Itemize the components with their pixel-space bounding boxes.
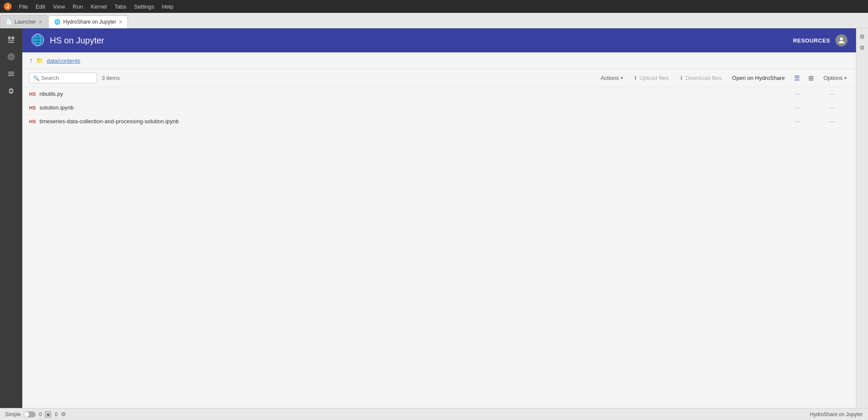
toolbar-left: 🔍 3 items <box>29 73 120 83</box>
upload-label: Upload files <box>640 75 669 81</box>
file-col3-1: — <box>780 91 815 97</box>
folder-icon: 📁 <box>36 57 43 64</box>
up-arrow-button[interactable]: ↑ <box>29 57 33 64</box>
simple-label: Simple <box>5 411 21 417</box>
file-col4-3: — <box>815 118 849 125</box>
svg-text:J: J <box>6 4 9 9</box>
options-button[interactable]: Options ▾ <box>821 73 849 83</box>
svg-rect-8 <box>8 72 14 73</box>
file-col3-2: — <box>780 104 815 111</box>
tab-launcher-label: Launcher <box>15 19 36 25</box>
hs-title: HS on Jupyter <box>50 36 104 46</box>
tab-launcher[interactable]: 📄 Launcher × <box>0 15 48 28</box>
file-browser: ↑ 📁 data/contents 🔍 3 items Actions ▾ <box>22 52 856 408</box>
toggle-thumb <box>24 412 29 417</box>
search-input[interactable] <box>41 75 93 81</box>
sidebar-btn-extensions[interactable] <box>3 83 19 99</box>
tab-bar: 📄 Launcher × 🌐 HydroShare on Jupyter × <box>0 13 868 28</box>
menu-view[interactable]: View <box>49 2 68 12</box>
download-label: Download files <box>686 75 722 81</box>
file-name-2: solution.ipynb <box>39 104 780 111</box>
file-col4-1: — <box>815 91 849 97</box>
svg-rect-5 <box>12 37 14 40</box>
open-hydroshare-button[interactable]: Open on HydroShare <box>729 73 787 83</box>
download-icon: ⬇ <box>679 75 684 81</box>
options-dropdown-icon: ▾ <box>844 76 847 80</box>
hs-header-right: RESOURCES <box>793 34 847 46</box>
menu-run[interactable]: Run <box>69 2 86 12</box>
tab-launcher-close[interactable]: × <box>39 19 42 25</box>
main-layout: HS on Jupyter RESOURCES ↑ 📁 data/content… <box>0 28 868 408</box>
status-right-label: HydroShare on Jupyter <box>810 411 863 417</box>
file-badge-3: HS <box>29 119 39 124</box>
menu-kernel[interactable]: Kernel <box>87 2 110 12</box>
upload-files-button[interactable]: ⬆ Upload files <box>631 73 671 83</box>
svg-point-6 <box>8 54 14 60</box>
sidebar-btn-files[interactable] <box>3 32 19 47</box>
menu-tabs[interactable]: Tabs <box>111 2 130 12</box>
hs-header-left: HS on Jupyter <box>31 33 104 48</box>
menu-file[interactable]: File <box>15 2 31 12</box>
content-wrapper: HS on Jupyter RESOURCES ↑ 📁 data/content… <box>22 28 856 408</box>
svg-point-11 <box>10 90 12 92</box>
file-name-1: nbutils.py <box>39 91 780 97</box>
item-count: 3 items <box>102 75 120 81</box>
left-sidebar <box>0 28 22 408</box>
right-settings-btn-2[interactable]: ⚙ <box>858 43 867 52</box>
menu-settings[interactable]: Settings <box>131 2 158 12</box>
file-col3-3: — <box>780 118 815 125</box>
actions-label: Actions <box>601 75 619 81</box>
file-row[interactable]: HS nbutils.py — — <box>22 87 856 101</box>
search-icon: 🔍 <box>33 75 39 81</box>
hs-logo <box>31 33 45 48</box>
tab-hydroshare-icon: 🌐 <box>54 19 61 25</box>
settings-gear-icon[interactable]: ⚙ <box>61 411 66 417</box>
hs-avatar[interactable] <box>835 34 847 46</box>
grid-view-button[interactable]: ⊞ <box>807 73 816 83</box>
hs-resources-button[interactable]: RESOURCES <box>793 37 830 44</box>
file-name-3: timeseries-data-collection-and-processin… <box>39 118 780 125</box>
kernel-icon: ▣ <box>45 411 51 417</box>
simple-toggle[interactable]: Simple <box>5 411 36 417</box>
menu-bar: J File Edit View Run Kernel Tabs Setting… <box>0 0 868 13</box>
search-box[interactable]: 🔍 <box>29 73 97 83</box>
breadcrumb-path[interactable]: data/contents <box>47 58 80 64</box>
upload-icon: ⬆ <box>633 75 638 81</box>
svg-point-7 <box>10 55 12 58</box>
sidebar-btn-commands[interactable] <box>3 66 19 82</box>
svg-rect-3 <box>8 40 14 41</box>
file-row[interactable]: HS solution.ipynb — — <box>22 101 856 115</box>
tab-hydroshare-close[interactable]: × <box>119 19 122 25</box>
toggle-track[interactable] <box>24 411 36 417</box>
status-left: Simple 0 ▣ 0 ⚙ <box>5 411 66 417</box>
svg-rect-9 <box>8 73 14 74</box>
sidebar-btn-running[interactable] <box>3 49 19 64</box>
tab-hydroshare-label: HydroShare on Jupyter <box>63 19 116 25</box>
hs-header: HS on Jupyter RESOURCES <box>22 28 856 52</box>
status-counter1: 0 <box>39 411 42 417</box>
file-col4-2: — <box>815 104 849 111</box>
svg-rect-4 <box>8 42 14 43</box>
toolbar-row: 🔍 3 items Actions ▾ ⬆ Upload files <box>22 69 856 87</box>
file-badge-2: HS <box>29 105 39 110</box>
svg-point-18 <box>840 37 843 40</box>
right-sidebar: ⚙ ⚙ <box>856 28 868 408</box>
jupyter-logo: J <box>3 2 12 11</box>
file-row[interactable]: HS timeseries-data-collection-and-proces… <box>22 115 856 128</box>
download-files-button[interactable]: ⬇ Download files <box>677 73 725 83</box>
breadcrumb-row: ↑ 📁 data/contents <box>22 52 856 69</box>
actions-dropdown-icon: ▾ <box>621 76 623 80</box>
toolbar-right: Actions ▾ ⬆ Upload files ⬇ Download file… <box>598 73 849 83</box>
actions-button[interactable]: Actions ▾ <box>598 73 625 83</box>
tab-hydroshare[interactable]: 🌐 HydroShare on Jupyter × <box>49 15 128 28</box>
status-bar: Simple 0 ▣ 0 ⚙ HydroShare on Jupyter <box>0 408 868 420</box>
svg-rect-2 <box>8 37 11 40</box>
right-settings-btn-1[interactable]: ⚙ <box>858 32 867 41</box>
menu-edit[interactable]: Edit <box>32 2 49 12</box>
menu-help[interactable]: Help <box>158 2 177 12</box>
file-list: HS nbutils.py — — HS solution.ipynb — — … <box>22 87 856 408</box>
options-label: Options <box>823 75 843 81</box>
tab-launcher-icon: 📄 <box>6 19 12 25</box>
svg-rect-10 <box>8 75 14 76</box>
list-view-button[interactable]: ☰ <box>792 73 801 83</box>
